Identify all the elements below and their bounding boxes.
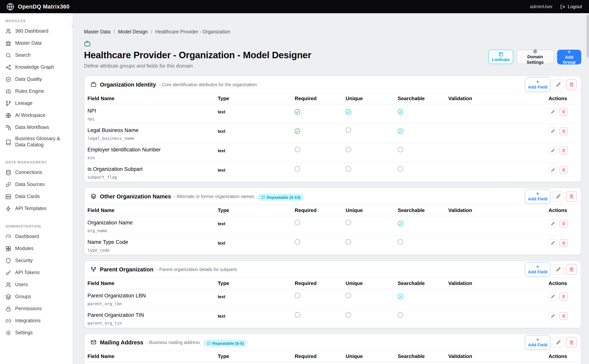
col-searchable: Searchable — [395, 351, 445, 362]
trash-icon — [562, 168, 566, 172]
pencil-icon — [551, 129, 555, 133]
searchable-check[interactable] — [398, 239, 403, 244]
breadcrumb-model-design[interactable]: Model Design — [118, 29, 148, 35]
required-check[interactable] — [295, 166, 300, 171]
sidebar-item-master-data[interactable]: Master Data — [0, 37, 73, 49]
sidebar-item-modules[interactable]: Modules — [0, 243, 73, 255]
delete-field-button[interactable] — [560, 147, 568, 154]
unique-check[interactable] — [346, 312, 351, 317]
delete-group-button[interactable] — [566, 191, 577, 202]
unique-check[interactable] — [346, 239, 351, 244]
delete-field-button[interactable] — [560, 292, 568, 300]
edit-field-button[interactable] — [549, 220, 557, 227]
field-type: text — [218, 294, 225, 299]
sidebar-item-security[interactable]: Security — [0, 255, 73, 267]
sidebar-item-lineage[interactable]: Lineage — [0, 98, 73, 110]
add-group-button[interactable]: + Add Group — [557, 50, 581, 65]
domain-settings-button[interactable]: Domain Settings — [516, 50, 554, 64]
required-check[interactable] — [295, 220, 300, 225]
sidebar-item-permissions[interactable]: Permissions — [0, 303, 73, 315]
required-check[interactable] — [295, 292, 300, 298]
sidebar-item-360-dashboard[interactable]: 360 Dashboard — [0, 25, 73, 37]
breadcrumb-master-data[interactable]: Master Data — [84, 29, 110, 35]
delete-field-button[interactable] — [560, 166, 568, 174]
unique-check[interactable] — [346, 166, 351, 171]
edit-field-button[interactable] — [549, 108, 557, 116]
sidebar-item-data-workflows[interactable]: Data Workflows — [0, 122, 73, 134]
edit-field-button[interactable] — [549, 312, 557, 320]
edit-field-button[interactable] — [549, 292, 557, 300]
searchable-check[interactable] — [398, 166, 403, 171]
sidebar-item-users[interactable]: Users — [0, 279, 73, 291]
logout-button[interactable]: Logout — [560, 3, 583, 10]
delete-group-button[interactable] — [566, 337, 577, 348]
sidebar-item-integrations[interactable]: Integrations — [0, 315, 73, 327]
delete-field-button[interactable] — [560, 239, 568, 247]
field-code: ein — [87, 155, 212, 160]
required-check[interactable]: ✓ — [295, 109, 300, 115]
col-type: Type — [214, 278, 292, 289]
sidebar-item-search[interactable]: Search — [0, 49, 73, 61]
edit-group-button[interactable] — [553, 191, 564, 202]
required-check[interactable] — [295, 312, 300, 317]
delete-field-button[interactable] — [560, 312, 568, 320]
unique-check[interactable] — [346, 220, 351, 225]
breadcrumb: Master Data / Model Design / Healthcare … — [84, 29, 581, 35]
sidebar-item-dashboard[interactable]: Dashboard — [0, 231, 73, 243]
sidebar-item-business-glossary[interactable]: Business Glossary & Data Catalog — [0, 134, 73, 151]
zap-icon — [6, 206, 11, 212]
add-field-button[interactable]: +Add Field — [525, 189, 550, 204]
unique-check[interactable]: ✓ — [346, 109, 351, 115]
add-field-button[interactable]: +Add Field — [525, 335, 550, 350]
sidebar-item-data-quality[interactable]: Data Quality — [0, 73, 73, 85]
searchable-check[interactable]: ✓ — [398, 109, 403, 115]
plus-icon: + — [536, 264, 539, 269]
sidebar-item-data-cards[interactable]: Data Cards — [0, 191, 73, 203]
add-field-button[interactable]: +Add Field — [525, 77, 550, 92]
sidebar-item-knowledge-graph[interactable]: Knowledge Graph — [0, 61, 73, 73]
edit-field-button[interactable] — [549, 239, 557, 247]
field-row: Employer Identification Numberein text — [84, 143, 581, 162]
sidebar-section-modules: MODULES — [0, 19, 73, 23]
edit-group-button[interactable] — [553, 264, 564, 275]
required-check[interactable] — [295, 239, 300, 244]
sidebar-item-connections[interactable]: Connections — [0, 167, 73, 179]
delete-group-button[interactable] — [566, 79, 577, 90]
searchable-check[interactable] — [398, 312, 403, 317]
edit-field-button[interactable] — [549, 147, 557, 154]
main-content: Master Data / Model Design / Healthcare … — [73, 13, 589, 364]
sidebar-item-groups[interactable]: Groups — [0, 291, 73, 303]
vertical-scrollbar[interactable] — [587, 15, 589, 58]
unique-check[interactable] — [346, 292, 351, 298]
edit-group-button[interactable] — [553, 337, 564, 348]
searchable-check[interactable]: ✓ — [398, 221, 403, 227]
sidebar-item-settings[interactable]: Settings — [0, 327, 73, 339]
edit-field-button[interactable] — [549, 127, 557, 135]
edit-group-button[interactable] — [553, 79, 564, 90]
sidebar-item-data-sources[interactable]: Data Sources — [0, 179, 73, 191]
searchable-check[interactable] — [398, 147, 403, 152]
delete-group-button[interactable] — [566, 264, 577, 275]
pencil-icon — [551, 241, 555, 245]
searchable-check[interactable]: ✓ — [398, 129, 403, 134]
validation-cell — [445, 143, 545, 162]
sidebar-item-ai-workspace[interactable]: AI Workspace — [0, 110, 73, 122]
sidebar-item-rules-engine[interactable]: Rules Engine — [0, 85, 73, 98]
delete-field-button[interactable] — [560, 127, 568, 135]
lookups-button[interactable]: Lookups — [488, 50, 513, 64]
unique-check[interactable] — [346, 127, 351, 133]
add-field-button[interactable]: +Add Field — [525, 262, 550, 277]
col-unique: Unique — [342, 351, 395, 362]
delete-field-button[interactable] — [560, 220, 568, 227]
page-header: Healthcare Provider - Organization - Mod… — [84, 40, 581, 69]
unique-check[interactable] — [346, 147, 351, 152]
required-check[interactable] — [295, 147, 300, 152]
delete-field-button[interactable] — [560, 108, 568, 116]
sidebar-item-api-tokens[interactable]: API Tokens — [0, 267, 73, 279]
sidebar-item-api-templates[interactable]: API Templates — [0, 203, 73, 215]
required-check[interactable]: ✓ — [295, 129, 300, 134]
git-branch-icon — [6, 101, 11, 106]
searchable-check[interactable]: ✓ — [398, 294, 403, 299]
edit-field-button[interactable] — [549, 166, 557, 174]
col-actions: Actions — [545, 278, 581, 289]
